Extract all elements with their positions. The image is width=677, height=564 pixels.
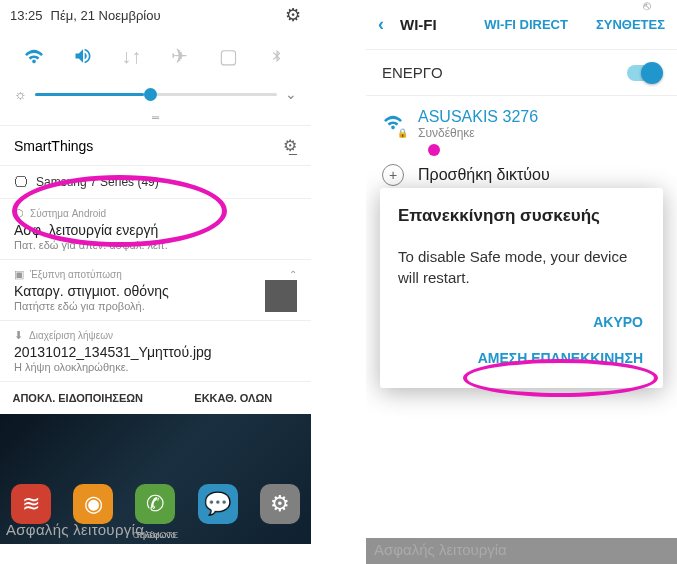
notif-title: Καταργ. στιγμιοτ. οθόνης <box>14 283 297 299</box>
airplane-toggle-icon[interactable]: ✈ <box>162 38 198 74</box>
download-icon: ⬇ <box>14 329 23 342</box>
dock-app-4[interactable]: 💬 <box>198 484 238 524</box>
notification-screenshot[interactable]: ▣ Έξυπνη αποτύπωση ⌃ Καταργ. στιγμιοτ. ο… <box>0 259 311 320</box>
smartthings-settings-icon[interactable]: ⚙̲ <box>283 136 297 155</box>
smartthings-row[interactable]: SmartThings ⚙̲ <box>0 126 311 165</box>
dialog-restart-button[interactable]: ΑΜΕΣΗ ΕΠΑΝΕΚΚΙΝΗΣΗ <box>476 346 645 370</box>
restart-dialog: Επανεκκίνηση συσκευής To disable Safe mo… <box>380 188 663 388</box>
notif-app: Διαχείριση λήψεων <box>29 330 113 341</box>
plus-icon: + <box>382 164 404 186</box>
status-bar: 13:25 Πέμ, 21 Νοεμβρίου ⚙ <box>0 0 311 30</box>
brightness-expand-icon[interactable]: ⌄ <box>285 86 297 102</box>
back-icon[interactable]: ‹ <box>378 14 384 35</box>
dock-app-2[interactable]: ◉ <box>73 484 113 524</box>
notification-actions: ΑΠΟΚΛ. ΕΙΔΟΠΟΙΗΣΕΩΝ ΕΚΚΑΘ. ΟΛΩΝ <box>0 381 311 414</box>
safe-mode-watermark: Ασφαλής λειτουργία <box>6 521 144 538</box>
left-phone: 13:25 Πέμ, 21 Νοεμβρίου ⚙ ↓↑ ✈ ▢ ☼ ⌄ ═ S… <box>0 0 311 564</box>
notification-download[interactable]: ⬇ Διαχείριση λήψεων 20131012_134531_Υμητ… <box>0 320 311 381</box>
wifi-toggle-icon[interactable] <box>16 38 52 74</box>
dock-app-1[interactable]: ≋ <box>11 484 51 524</box>
data-toggle-icon[interactable]: ↓↑ <box>113 38 149 74</box>
media-device-row[interactable]: 🖵 Samsung 7 Series (49) <box>0 165 311 198</box>
dock-app-5[interactable]: ⚙ <box>260 484 300 524</box>
clear-all-button[interactable]: ΕΚΚΑΘ. ΟΛΩΝ <box>156 382 312 414</box>
notif-title: 20131012_134531_Υμηττού.jpg <box>14 344 297 360</box>
notif-app: Σύστημα Android <box>30 208 106 219</box>
block-notifications-button[interactable]: ΑΠΟΚΛ. ΕΙΔΟΠΟΙΗΣΕΩΝ <box>0 382 156 414</box>
wifi-enable-row: ΕΝΕΡΓΟ ⎋ <box>366 49 677 96</box>
notif-app: Έξυπνη αποτύπωση <box>30 269 122 280</box>
network-name: ASUSAKIS 3276 <box>418 108 538 126</box>
settings-icon[interactable]: ⚙ <box>285 4 301 26</box>
dock-phone-app[interactable]: ✆ Τηλέφωνο <box>135 484 175 524</box>
android-icon: ⬡ <box>14 207 24 220</box>
brightness-icon: ☼ <box>14 86 27 102</box>
network-status: Συνδέθηκε <box>418 126 538 140</box>
status-time: 13:25 <box>10 8 43 23</box>
screenshot-thumb <box>265 280 297 312</box>
wifi-signal-icon: 🔒 <box>382 113 404 136</box>
screen-toggle-icon[interactable]: ▢ <box>210 38 246 74</box>
wifi-header: ‹ WI-FI WI-FI DIRECT ΣΥΝΘΕΤΕΣ <box>366 0 677 49</box>
home-wallpaper: ≋ ◉ ✆ Τηλέφωνο 💬 ⚙ Ασφαλής λειτουργία CO… <box>0 414 311 544</box>
tv-icon: 🖵 <box>14 174 28 190</box>
status-date: Πέμ, 21 Νοεμβρίου <box>51 8 161 23</box>
sound-toggle-icon[interactable] <box>65 38 101 74</box>
annotation-dot <box>428 144 440 156</box>
notif-subtitle: Η λήψη ολοκληρώθηκε. <box>14 361 297 373</box>
carrier-label: COSMOTE <box>133 530 179 540</box>
notif-subtitle: Πατήστε εδώ για προβολή. <box>14 300 297 312</box>
right-phone: ‹ WI-FI WI-FI DIRECT ΣΥΝΘΕΤΕΣ ΕΝΕΡΓΟ ⎋ 🔒… <box>366 0 677 564</box>
notif-title: Ασφ. λειτουργία ενεργή <box>14 222 297 238</box>
wifi-network-row[interactable]: 🔒 ASUSAKIS 3276 Συνδέθηκε <box>366 96 677 152</box>
brightness-slider[interactable] <box>35 93 277 96</box>
wifi-title: WI-FI <box>400 16 437 33</box>
wifi-lock-icon: 🔒 <box>397 128 408 138</box>
notif-subtitle: Πατ. εδώ για απεν. ασφαλ. λειτ. <box>14 239 297 251</box>
wifi-advanced-button[interactable]: ΣΥΝΘΕΤΕΣ <box>596 17 665 32</box>
bluetooth-toggle-icon[interactable] <box>259 38 295 74</box>
wifi-toggle-switch[interactable] <box>627 65 661 81</box>
brightness-row: ☼ ⌄ <box>0 82 311 110</box>
panel-handle-icon[interactable]: ═ <box>0 110 311 126</box>
notification-safe-mode[interactable]: ⬡ Σύστημα Android Ασφ. λειτουργία ενεργή… <box>0 198 311 259</box>
dialog-cancel-button[interactable]: ΑΚΥΡΟ <box>591 310 645 334</box>
dialog-body: To disable Safe mode, your device will r… <box>398 246 645 288</box>
dialog-title: Επανεκκίνηση συσκευής <box>398 206 645 226</box>
quick-toggles: ↓↑ ✈ ▢ <box>0 30 311 82</box>
add-network-label: Προσθήκη δικτύου <box>418 166 550 184</box>
media-device-label: Samsung 7 Series (49) <box>36 175 159 189</box>
smartthings-label: SmartThings <box>14 138 93 154</box>
wifi-direct-button[interactable]: WI-FI DIRECT <box>484 17 568 32</box>
safe-mode-watermark: Ασφαλής λειτουργία <box>374 541 507 558</box>
capture-icon: ▣ <box>14 268 24 281</box>
lock-icon: ⎋ <box>643 0 651 13</box>
wifi-enable-label: ΕΝΕΡΓΟ <box>382 64 443 81</box>
